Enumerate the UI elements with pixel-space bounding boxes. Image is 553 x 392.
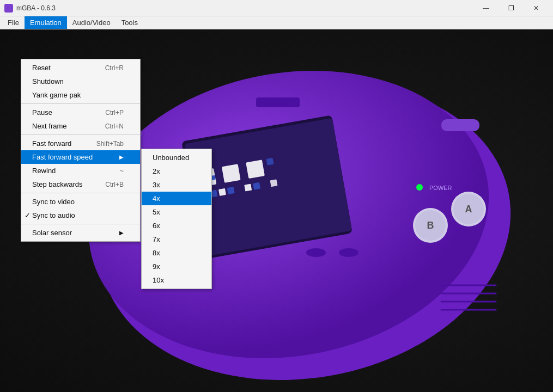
svg-rect-12 [227,187,235,194]
menu-emulation[interactable]: Emulation [25,16,67,29]
speed-5x[interactable]: 5x [142,205,211,219]
emulation-dropdown: Reset Ctrl+R Shutdown Yank game pak Paus… [21,59,141,242]
svg-rect-14 [253,182,260,190]
app-icon [4,4,13,13]
speed-9x[interactable]: 9x [142,260,211,273]
svg-text:POWER: POWER [429,185,452,191]
speed-3x[interactable]: 3x [142,178,211,192]
submenu-arrow: ▶ [119,154,124,160]
menu-next-frame[interactable]: Next frame Ctrl+N [21,119,140,133]
menu-rewind[interactable]: Rewind ~ [21,164,140,177]
menu-reset[interactable]: Reset Ctrl+R [21,61,140,75]
title-bar-controls: — ❐ ✕ [473,0,549,16]
menu-sync-to-video[interactable]: Sync to video [21,195,140,209]
separator-3 [21,193,140,193]
minimize-button[interactable]: — [473,0,499,16]
maximize-button[interactable]: ❐ [499,0,524,16]
menu-file[interactable]: File [2,16,25,29]
close-button[interactable]: ✕ [524,0,549,16]
menu-bar: File Emulation Audio/Video Tools [0,16,553,29]
svg-rect-37 [256,97,300,107]
svg-rect-36 [441,119,479,131]
svg-rect-13 [244,184,252,192]
menu-pause[interactable]: Pause Ctrl+P [21,106,140,119]
menu-audio-video[interactable]: Audio/Video [67,16,116,29]
separator-4 [21,224,140,224]
title-bar-left: mGBA - 0.6.3 [4,4,56,13]
svg-point-34 [339,248,358,257]
main-content: B A POWER Reset [0,29,553,392]
title-text: mGBA - 0.6.3 [16,4,56,12]
title-bar: mGBA - 0.6.3 — ❐ ✕ [0,0,553,16]
menu-fast-forward-speed-wrapper: Fast forward speed ▶ Unbounded 2x 3x 4x … [21,150,140,164]
menu-tools[interactable]: Tools [116,16,143,29]
menu-step-backwards[interactable]: Step backwards Ctrl+B [21,177,140,191]
separator-2 [21,134,140,135]
solar-sensor-arrow: ▶ [119,230,124,236]
separator-1 [21,103,140,104]
svg-rect-18 [270,179,278,187]
fast-forward-submenu: Unbounded 2x 3x 4x 5x 6x 7x 8x 9x 10x [141,149,212,289]
svg-point-33 [306,248,326,257]
speed-10x[interactable]: 10x [142,273,211,287]
svg-point-25 [416,184,423,191]
speed-2x[interactable]: 2x [142,164,211,178]
svg-rect-11 [218,188,226,196]
svg-rect-8 [246,160,265,179]
speed-6x[interactable]: 6x [142,219,211,232]
menu-sync-to-audio[interactable]: Sync to audio [21,209,140,222]
svg-text:B: B [427,220,434,231]
menu-shutdown[interactable]: Shutdown [21,75,140,88]
speed-unbounded[interactable]: Unbounded [142,151,211,164]
menu-yank-game-pak[interactable]: Yank game pak [21,88,140,102]
dropdown-container: Reset Ctrl+R Shutdown Yank game pak Paus… [0,59,141,242]
menu-fast-forward[interactable]: Fast forward Shift+Tab [21,137,140,150]
menu-solar-sensor[interactable]: Solar sensor ▶ [21,226,140,240]
speed-8x[interactable]: 8x [142,246,211,260]
svg-text:A: A [465,204,472,215]
svg-rect-7 [222,164,241,183]
svg-rect-17 [266,158,274,166]
menu-fast-forward-speed[interactable]: Fast forward speed ▶ [21,150,140,164]
speed-4x[interactable]: 4x [142,192,211,205]
speed-7x[interactable]: 7x [142,232,211,246]
